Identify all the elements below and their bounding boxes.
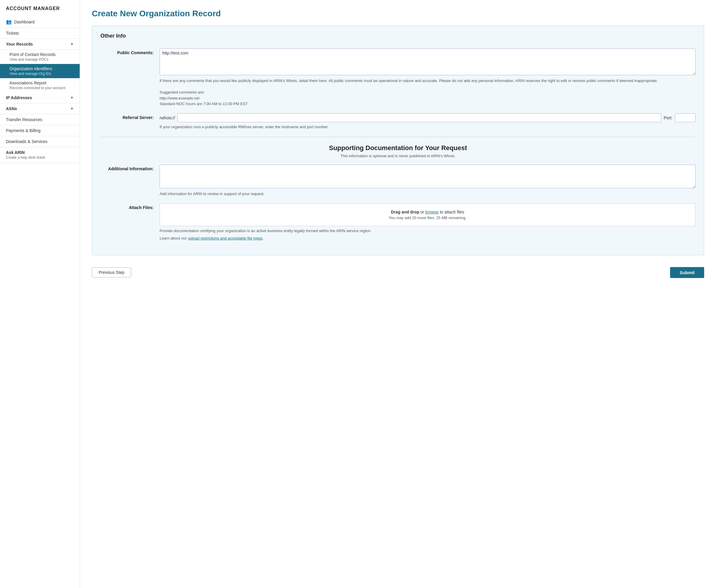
sidebar-item-poc-records[interactable]: Point of Contact Records View and manage… [0, 50, 80, 64]
transfer-resources-label: Transfer Resources [6, 117, 42, 122]
section-divider [100, 137, 696, 137]
tickets-label: Tickets [6, 31, 19, 36]
dashboard-label: Dashboard [14, 20, 35, 24]
page-title: Create New Organization Record [92, 9, 704, 18]
ip-addresses-arrow-icon: ▼ [70, 96, 74, 100]
suggested-comment-1: http://www.example.net [160, 96, 199, 100]
public-comments-input[interactable] [160, 48, 696, 75]
downloads-label: Downloads & Services [6, 139, 47, 144]
sidebar-item-dashboard[interactable]: 👥 Dashboard [0, 16, 80, 28]
sidebar-section-ip-addresses[interactable]: IP Addresses ▼ [0, 92, 80, 103]
supporting-subtitle: This information is optional and is neve… [100, 154, 696, 158]
referral-server-input[interactable] [177, 113, 661, 122]
file-sub-text: You may add 20 more files. 25 MB remaini… [166, 215, 689, 220]
upload-link-hint: Learn about our upload restrictions and … [160, 235, 696, 241]
drop-text-suffix: to attach files [440, 210, 464, 214]
additional-info-hint: Add information for ARIN to review in su… [160, 191, 696, 197]
other-info-section-header: Other Info [100, 33, 696, 43]
asns-arrow-icon: ▼ [70, 107, 74, 111]
org-identifiers-label: Organization Identifiers [9, 66, 74, 71]
referral-prefix: rwhois:// [160, 115, 175, 120]
provide-doc-text: Provide documentation certifying your or… [160, 229, 371, 233]
additional-info-content: Add information for ARIN to review in su… [160, 165, 696, 197]
upload-link-suffix: . [262, 236, 264, 240]
referral-input-row: rwhois:// Port: [160, 113, 696, 122]
port-label: Port: [664, 115, 672, 120]
ask-arin-desc: Create a help desk ticket [6, 155, 74, 160]
associations-label: Associations Report [9, 81, 74, 85]
public-comments-hint-text: If there are any comments that you would… [160, 79, 658, 83]
sidebar: ACCOUNT MANAGER 👥 Dashboard Tickets Your… [0, 0, 80, 588]
ip-addresses-label: IP Addresses [6, 95, 32, 100]
form-card: Other Info Public Comments: If there are… [92, 25, 704, 255]
upload-link-prefix: Learn about our [160, 236, 188, 240]
public-comments-hint: If there are any comments that you would… [160, 78, 696, 107]
submit-button[interactable]: Submit [670, 267, 704, 278]
sidebar-section-asns[interactable]: ASNs ▼ [0, 103, 80, 114]
supporting-title: Supporting Documentation for Your Reques… [100, 144, 696, 152]
suggested-comment-2: Standard NOC hours are 7:00 AM to 11:00 … [160, 102, 248, 106]
sidebar-item-payments[interactable]: Payments & Billing [0, 125, 80, 136]
additional-info-label: Additional Information: [100, 165, 154, 171]
poc-records-desc: View and manage POCs [9, 58, 74, 62]
ask-arin-label: Ask ARIN [6, 150, 74, 155]
sidebar-item-transfer-resources[interactable]: Transfer Resources [0, 114, 80, 125]
public-comments-label: Public Comments: [100, 48, 154, 55]
previous-step-button[interactable]: Previous Step [92, 267, 131, 277]
bottom-bar: Previous Step Submit [92, 262, 704, 283]
port-input[interactable] [675, 113, 696, 122]
org-identifiers-desc: View and manage Org IDs [9, 72, 74, 76]
file-drop-zone[interactable]: Drag and drop or browse to attach files … [160, 204, 696, 226]
referral-server-label: Referral Server: [100, 113, 154, 120]
poc-records-label: Point of Contact Records [9, 52, 74, 57]
sidebar-item-ask-arin[interactable]: Ask ARIN Create a help desk ticket [0, 147, 80, 163]
public-comments-content: If there are any comments that you would… [160, 48, 696, 107]
additional-info-row: Additional Information: Add information … [100, 165, 696, 197]
attach-files-label: Attach Files: [100, 204, 154, 210]
dashboard-icon: 👥 [6, 19, 12, 25]
sidebar-item-org-identifiers[interactable]: Organization Identifiers View and manage… [0, 64, 80, 78]
upload-restrictions-link[interactable]: upload restrictions and acceptable file … [188, 236, 262, 240]
suggested-label: Suggested comments are: [160, 90, 205, 94]
asns-label: ASNs [6, 106, 17, 111]
sidebar-section-your-records[interactable]: Your Records ▼ [0, 39, 80, 50]
sidebar-item-tickets[interactable]: Tickets [0, 28, 80, 39]
attach-files-content: Drag and drop or browse to attach files … [160, 204, 696, 241]
referral-hint: If your organization runs a publicly acc… [160, 124, 696, 130]
sidebar-item-associations[interactable]: Associations Report Records connected to… [0, 78, 80, 92]
your-records-label: Your Records [6, 42, 33, 46]
your-records-arrow-icon: ▼ [70, 42, 74, 46]
browse-link[interactable]: browse [425, 210, 439, 214]
public-comments-row: Public Comments: If there are any commen… [100, 48, 696, 107]
attach-files-row: Attach Files: Drag and drop or browse to… [100, 204, 696, 241]
sidebar-item-downloads[interactable]: Downloads & Services [0, 136, 80, 147]
additional-info-input[interactable] [160, 165, 696, 188]
app-title: ACCOUNT MANAGER [0, 6, 80, 16]
referral-server-content: rwhois:// Port: If your organization run… [160, 113, 696, 130]
associations-desc: Records connected to your account [9, 86, 74, 90]
provide-doc-hint: Provide documentation certifying your or… [160, 228, 696, 234]
file-drop-text: Drag and drop or browse to attach files [166, 210, 689, 214]
drag-drop-text: Drag and drop [391, 210, 419, 214]
referral-server-row: Referral Server: rwhois:// Port: If your… [100, 113, 696, 130]
main-content: Create New Organization Record Other Inf… [80, 0, 716, 588]
supporting-section-header: Supporting Documentation for Your Reques… [100, 144, 696, 158]
payments-label: Payments & Billing [6, 128, 41, 133]
drop-text-middle: or [420, 210, 425, 214]
